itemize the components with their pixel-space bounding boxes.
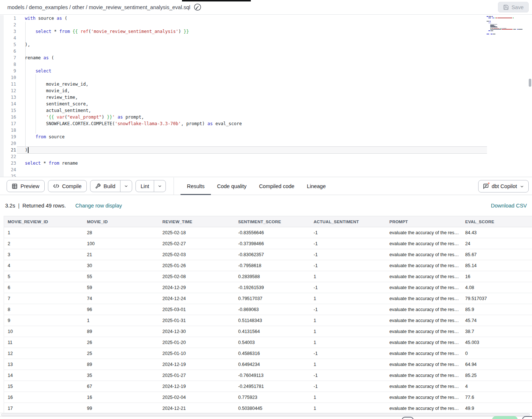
tab-code-quality[interactable]: Code quality — [211, 177, 253, 195]
col-movie_id[interactable]: MOVIE_ID — [83, 216, 159, 227]
chevron-right-icon[interactable] — [461, 394, 461, 399]
chevron-right-icon[interactable] — [461, 241, 461, 245]
code-text: from source — [25, 134, 64, 140]
lint-dropdown[interactable] — [154, 180, 165, 192]
col-prompt[interactable]: PROMPT — [386, 216, 462, 227]
change-row-display-link[interactable]: Change row display — [75, 203, 122, 209]
code-line[interactable]: 13 review_time, — [0, 94, 487, 101]
code-line[interactable]: 15 actual_sentiment, — [0, 107, 487, 114]
chevron-right-icon[interactable] — [461, 351, 461, 355]
build-dropdown[interactable] — [120, 180, 132, 192]
line-number: 6 — [0, 48, 16, 55]
cell-eval_score: 24 — [462, 238, 532, 249]
cell-eval_score: 16 — [462, 271, 532, 282]
table-row: 1282025-02-18-0.83556646-1evaluate the a… — [4, 227, 532, 238]
bottom-button-partial[interactable] — [522, 416, 532, 419]
chevron-right-icon[interactable] — [461, 318, 461, 322]
chevron-right-icon[interactable] — [461, 340, 461, 344]
horizontal-scrollbar[interactable] — [0, 413, 532, 416]
code-line[interactable]: 2 — [0, 22, 487, 28]
cell-eval_score: 84.43 — [462, 227, 532, 238]
save-button[interactable]: Save — [498, 2, 529, 12]
lint-button[interactable]: Lint — [136, 180, 154, 192]
code-line[interactable]: 6 — [0, 48, 487, 55]
code-line[interactable]: 14 sentiment_score, — [0, 101, 487, 107]
table-row: 15672024-12-19-0.24951781-1evaluate the … — [4, 381, 532, 392]
edit-file-icon[interactable] — [194, 3, 201, 11]
chevron-right-icon[interactable] — [461, 329, 461, 333]
tab-lineage[interactable]: Lineage — [301, 177, 332, 195]
code-line[interactable]: 12 movie_id, — [0, 87, 487, 94]
status-pill-partial[interactable] — [492, 416, 518, 419]
code-line[interactable]: 9 select — [0, 68, 487, 74]
cell-eval_score: 4.08 — [462, 282, 532, 293]
minimap[interactable] — [487, 16, 527, 36]
chevron-right-icon[interactable] — [461, 230, 461, 234]
preview-button[interactable]: Preview — [7, 180, 45, 192]
chevron-right-icon[interactable] — [461, 296, 461, 300]
code-line[interactable]: 23select * from rename — [0, 160, 487, 167]
code-line[interactable]: 1with source as ( — [0, 15, 487, 22]
code-text: review_time, — [25, 94, 78, 101]
cell-prompt: evaluate the accuracy of the res… — [386, 315, 462, 326]
download-csv-link[interactable]: Download CSV — [491, 203, 527, 209]
col-actual_sentiment[interactable]: ACTUAL_SENTIMENT — [310, 216, 386, 227]
cell-eval_score: 85.9 — [462, 304, 532, 315]
compile-button[interactable]: Compile — [48, 180, 87, 192]
code-text: rename as ( — [25, 55, 54, 61]
code-line[interactable]: 25 — [0, 173, 487, 177]
code-line[interactable]: 17 SNOWFLAKE.CORTEX.COMPLETE('snowflake-… — [0, 120, 487, 127]
chevron-right-icon[interactable] — [461, 263, 461, 267]
chevron-right-icon[interactable] — [461, 405, 461, 409]
cell-prompt: evaluate the accuracy of the res… — [386, 403, 462, 414]
code-line[interactable]: 10 — [0, 74, 487, 81]
code-text: actual_sentiment, — [25, 107, 91, 114]
code-line[interactable]: 5), — [0, 41, 487, 48]
chevron-right-icon[interactable] — [461, 307, 461, 311]
code-line[interactable]: 18 — [0, 127, 487, 134]
prompt-text: evaluate the accuracy of the res… — [390, 362, 459, 367]
code-line[interactable]: 16 '{{ var("eval_prompt") }}' as prompt, — [0, 114, 487, 120]
breadcrumb[interactable]: models / demo_examples / other / movie_r… — [7, 4, 190, 10]
cell-movie_review_id: 3 — [4, 249, 83, 260]
code-line[interactable]: 3 select * from {{ ref('movie_review_sen… — [0, 28, 487, 35]
code-line[interactable]: 20 — [0, 140, 487, 147]
col-movie_review_id[interactable]: MOVIE_REVIEW_ID — [4, 216, 83, 227]
code-line[interactable]: 19 from source — [0, 134, 487, 140]
dbt-copilot-button[interactable]: ✦ dbt Copilot — [478, 180, 529, 192]
code-line[interactable]: 22 — [0, 153, 487, 160]
cell-review_time: 2025-02-03 — [159, 249, 235, 260]
col-sentiment_score[interactable]: SENTIMENT_SCORE — [235, 216, 310, 227]
cell-eval_score: 64.94 — [462, 359, 532, 370]
help-button-partial[interactable] — [402, 417, 414, 419]
editor-vertical-scrollbar[interactable] — [529, 79, 531, 87]
code-text: ) — [25, 147, 27, 153]
tab-results[interactable]: Results — [181, 177, 211, 195]
code-line[interactable]: 7rename as ( — [0, 55, 487, 61]
minimap-line — [487, 35, 527, 36]
code-line[interactable]: 24 — [0, 167, 487, 173]
chevron-right-icon[interactable] — [461, 285, 461, 289]
tab-compiled-code[interactable]: Compiled code — [253, 177, 301, 195]
code-line[interactable]: 4 — [0, 35, 487, 41]
line-number: 16 — [0, 114, 16, 120]
sql-editor[interactable]: 1with source as (23 select * from {{ ref… — [0, 15, 532, 177]
horizontal-scrollbar-thumb[interactable] — [1, 414, 530, 416]
chevron-right-icon[interactable] — [461, 252, 461, 256]
code-line[interactable]: 8 — [0, 61, 487, 68]
chevron-right-icon[interactable] — [461, 362, 461, 366]
cell-sentiment_score: -0.83556646 — [235, 227, 310, 238]
cell-sentiment_score: 0.6494234 — [235, 359, 310, 370]
cell-movie_review_id: 5 — [4, 271, 83, 282]
top-bar: models / demo_examples / other / movie_r… — [0, 0, 532, 15]
col-review_time[interactable]: REVIEW_TIME — [159, 216, 235, 227]
cell-eval_score: 85.25 — [462, 370, 532, 381]
line-number: 2 — [0, 22, 16, 28]
chevron-right-icon[interactable] — [461, 384, 461, 388]
code-line[interactable]: 21) — [0, 147, 487, 153]
chevron-right-icon[interactable] — [461, 274, 461, 278]
col-eval_score[interactable]: EVAL_SCORE — [462, 216, 532, 227]
build-button[interactable]: Build — [90, 180, 120, 192]
code-line[interactable]: 11 movie_review_id, — [0, 81, 487, 87]
chevron-right-icon[interactable] — [461, 373, 461, 377]
